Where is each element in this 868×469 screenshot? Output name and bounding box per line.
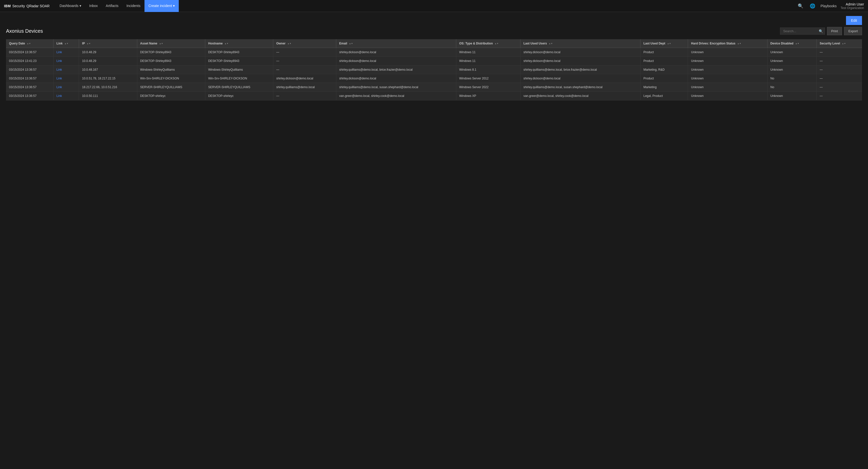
cell-security_level: —: [816, 92, 862, 100]
col-owner[interactable]: Owner ▲▼: [273, 39, 336, 48]
user-name: Admin User: [846, 2, 864, 6]
cell-asset_name: Windows-ShirleyQuilliams: [137, 65, 205, 74]
topnav: IBM Security QRadar SOAR Dashboards ▾ In…: [0, 0, 868, 12]
cell-link[interactable]: Link: [53, 92, 79, 100]
col-security-level[interactable]: Security Level ▲▼: [816, 39, 862, 48]
brand-security: Security: [12, 4, 25, 8]
nav-incidents-label: Incidents: [126, 4, 141, 8]
col-asset-name[interactable]: Asset Name ▲▼: [137, 39, 205, 48]
cell-last_used_users: shirley.dickson@demo.local: [520, 74, 640, 83]
link-value[interactable]: Link: [57, 68, 62, 71]
cell-query_date: 03/15/2024 13:36:57: [6, 83, 53, 92]
nav-incidents[interactable]: Incidents: [123, 0, 145, 12]
link-value[interactable]: Link: [57, 86, 62, 89]
toolbar: Edit: [0, 12, 868, 27]
nav-create-incident[interactable]: Create incident ▾: [145, 0, 179, 12]
cell-device_disabled: Unknown: [767, 48, 816, 57]
cell-last_used_dept: Product: [640, 48, 688, 57]
cell-last_used_dept: Product: [640, 57, 688, 65]
cell-last_used_dept: Legal, Product: [640, 92, 688, 100]
export-button[interactable]: Export: [844, 27, 862, 35]
cell-link[interactable]: Link: [53, 65, 79, 74]
user-info: Admin User Test Organization: [841, 2, 864, 10]
globe-icon[interactable]: 🌐: [808, 2, 816, 10]
cell-query_date: 03/15/2024 13:36:57: [6, 65, 53, 74]
cell-link[interactable]: Link: [53, 48, 79, 57]
cell-last_used_users: shirley.dickson@demo.local: [520, 57, 640, 65]
cell-last_used_dept: Product: [640, 74, 688, 83]
cell-os_type: Windows 11: [456, 57, 520, 65]
cell-ip: 10.0.51.78, 18.217.22.15: [79, 74, 137, 83]
nav-items: Dashboards ▾ Inbox Artifacts Incidents C…: [56, 0, 797, 12]
cell-hard_drives: Unknown: [688, 83, 767, 92]
sort-arrows-device-disabled: ▲▼: [795, 43, 799, 45]
cell-security_level: —: [816, 48, 862, 57]
sort-arrows-last-used-dept: ▲▼: [667, 43, 671, 45]
link-value[interactable]: Link: [57, 51, 62, 54]
nav-artifacts[interactable]: Artifacts: [102, 0, 123, 12]
cell-owner: shirley.quilliams@demo.local: [273, 83, 336, 92]
cell-ip: 10.0.48.167: [79, 65, 137, 74]
cell-asset_name: SERVER-SHIRLEYQUILLIAMS: [137, 83, 205, 92]
cell-ip: 10.0.48.29: [79, 57, 137, 65]
table-header-row: Query Date ▲▼ Link ▲▼ IP ▲▼ Asset Name ▲…: [6, 39, 862, 48]
cell-ip: 18.217.22.66, 10.0.51.216: [79, 83, 137, 92]
cell-hostname: Windows-ShirleyQuilliams: [205, 65, 273, 74]
col-os-type[interactable]: OS: Type & Distribution ▲▼: [456, 39, 520, 48]
cell-hard_drives: Unknown: [688, 74, 767, 83]
cell-device_disabled: Unknown: [767, 65, 816, 74]
cell-link[interactable]: Link: [53, 57, 79, 65]
link-value[interactable]: Link: [57, 94, 62, 98]
section-header: Axonius Devices 🔍 Print Export: [6, 27, 862, 35]
nav-dashboards[interactable]: Dashboards ▾: [56, 0, 85, 12]
cell-owner: shirley.dickson@demo.local: [273, 74, 336, 83]
cell-hard_drives: Unknown: [688, 48, 767, 57]
cell-query_date: 03/15/2024 13:41:23: [6, 57, 53, 65]
cell-email: shirley.quilliams@demo.local, brice.fraz…: [336, 65, 456, 74]
cell-ip: 10.0.48.29: [79, 48, 137, 57]
search-submit-icon[interactable]: 🔍: [819, 29, 823, 33]
cell-hard_drives: Unknown: [688, 65, 767, 74]
cell-asset_name: DESKTOP-Shirley8943: [137, 48, 205, 57]
table-row: 03/15/2024 13:36:57Link18.217.22.66, 10.…: [6, 83, 862, 92]
sort-arrows-query-date: ▲▼: [27, 43, 31, 45]
cell-device_disabled: Unknown: [767, 92, 816, 100]
col-link[interactable]: Link ▲▼: [53, 39, 79, 48]
table-row: 03/15/2024 13:36:57Link10.0.48.29DESKTOP…: [6, 48, 862, 57]
cell-ip: 10.0.50.111: [79, 92, 137, 100]
playbooks-link[interactable]: Playbooks: [820, 4, 837, 8]
col-email[interactable]: Email ▲▼: [336, 39, 456, 48]
col-last-used-users[interactable]: Last Used Users ▲▼: [520, 39, 640, 48]
section-title: Axonius Devices: [6, 28, 43, 34]
table-row: 03/15/2024 13:41:23Link10.0.48.29DESKTOP…: [6, 57, 862, 65]
brand-product: QRadar SOAR: [27, 4, 50, 8]
col-ip[interactable]: IP ▲▼: [79, 39, 137, 48]
search-input[interactable]: [780, 28, 825, 35]
cell-link[interactable]: Link: [53, 83, 79, 92]
col-last-used-dept[interactable]: Last Used Dept ▲▼: [640, 39, 688, 48]
cell-device_disabled: No: [767, 83, 816, 92]
col-query-date[interactable]: Query Date ▲▼: [6, 39, 53, 48]
main-content: Axonius Devices 🔍 Print Export Query Dat…: [0, 27, 868, 106]
cell-last_used_users: shirley.quilliams@demo.local, susan.shep…: [520, 83, 640, 92]
edit-button[interactable]: Edit: [846, 16, 862, 25]
sort-arrows-asset-name: ▲▼: [159, 43, 163, 45]
col-device-disabled[interactable]: Device Disabled ▲▼: [767, 39, 816, 48]
cell-email: shirley.dickson@demo.local: [336, 48, 456, 57]
cell-device_disabled: Unknown: [767, 57, 816, 65]
cell-link[interactable]: Link: [53, 74, 79, 83]
nav-artifacts-label: Artifacts: [106, 4, 119, 8]
link-value[interactable]: Link: [57, 59, 62, 63]
link-value[interactable]: Link: [57, 77, 62, 80]
section-actions: 🔍 Print Export: [780, 27, 862, 35]
cell-email: shirley.dickson@demo.local: [336, 74, 456, 83]
print-button[interactable]: Print: [827, 27, 842, 35]
search-box: 🔍: [780, 28, 825, 35]
cell-email: van.greer@demo.local, shirley.cook@demo.…: [336, 92, 456, 100]
cell-security_level: —: [816, 74, 862, 83]
col-hostname[interactable]: Hostname ▲▼: [205, 39, 273, 48]
search-icon[interactable]: 🔍: [797, 2, 805, 10]
sort-arrows-ip: ▲▼: [87, 43, 91, 45]
col-hard-drives[interactable]: Hard Drives: Encryption Status ▲▼: [688, 39, 767, 48]
nav-inbox[interactable]: Inbox: [85, 0, 102, 12]
